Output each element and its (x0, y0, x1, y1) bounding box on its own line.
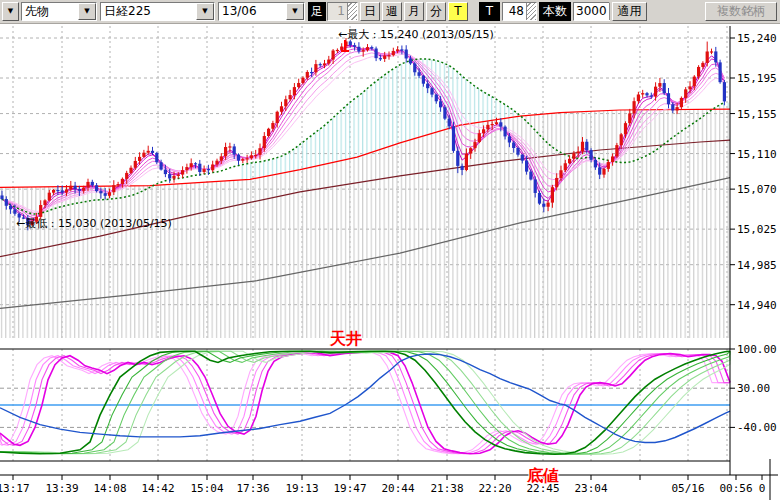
period-month-button[interactable]: 月 (404, 2, 424, 21)
apply-button[interactable]: 適用 (612, 2, 647, 21)
chevron-down-icon[interactable]: ▼ (78, 3, 96, 20)
svg-text:15,025: 15,025 (737, 223, 777, 236)
contract-value: 13/06 (219, 3, 286, 20)
bar-count-label: 本数 (539, 2, 571, 21)
bar-count-spinner[interactable]: 3000 (573, 2, 610, 21)
interval-value: 1 (328, 3, 347, 20)
svg-text:00:56: 00:56 (719, 482, 752, 495)
instrument-select[interactable]: 先物 ▼ (21, 2, 97, 21)
svg-text:21:38: 21:38 (430, 482, 463, 495)
tick-type-label: T (479, 2, 500, 21)
svg-text:19:47: 19:47 (333, 482, 366, 495)
svg-text:22:20: 22:20 (478, 482, 511, 495)
window-dropdown-button[interactable]: ▼ (2, 2, 19, 21)
svg-text:0: 0 (759, 482, 766, 495)
period-minute-button[interactable]: 分 (426, 2, 446, 21)
svg-text:←最大 : 15,240 (2013/05/15): ←最大 : 15,240 (2013/05/15) (338, 28, 494, 41)
svg-text:15,070: 15,070 (737, 183, 777, 196)
symbol-value: 日経225 (101, 3, 196, 20)
toolbar: ▼ 先物 ▼ 日経225 ▼ 13/06 ▼ 足 1 日 週 月 分 T T 4… (0, 0, 780, 24)
spinner-grip-icon[interactable] (526, 3, 536, 20)
svg-text:天井: 天井 (329, 329, 362, 348)
svg-text:05/16: 05/16 (671, 482, 704, 495)
period-day-button[interactable]: 日 (360, 2, 380, 21)
svg-text:15,155: 15,155 (737, 108, 777, 121)
chart-app: 15,24015,19515,15515,11015,07015,02514,9… (0, 0, 780, 500)
contract-select[interactable]: 13/06 ▼ (218, 2, 305, 21)
svg-text:20:44: 20:44 (381, 482, 414, 495)
svg-text:13:39: 13:39 (45, 482, 78, 495)
svg-text:15:04: 15:04 (190, 482, 223, 495)
spinner-grip-icon[interactable] (347, 3, 357, 20)
svg-text:15,240: 15,240 (737, 32, 777, 45)
svg-text:14:08: 14:08 (93, 482, 126, 495)
tick-count-spinner[interactable]: 48 (502, 2, 537, 21)
svg-text:30.00: 30.00 (737, 382, 770, 395)
multi-symbol-button[interactable]: 複数銘柄 (705, 2, 777, 21)
price-chart-canvas[interactable]: 15,24015,19515,15515,11015,07015,02514,9… (0, 0, 780, 500)
svg-text:15,195: 15,195 (737, 72, 777, 85)
chevron-down-icon[interactable]: ▼ (286, 3, 304, 20)
interval-spinner[interactable]: 1 (327, 2, 358, 21)
tick-count-value: 48 (503, 3, 526, 20)
svg-text:23:04: 23:04 (574, 482, 607, 495)
svg-text:-40.00: -40.00 (737, 421, 777, 434)
svg-text:15,110: 15,110 (737, 148, 777, 161)
period-tick-button[interactable]: T (448, 2, 468, 21)
svg-text:13:17: 13:17 (0, 482, 30, 495)
svg-text:19:13: 19:13 (285, 482, 318, 495)
svg-text:100.00: 100.00 (737, 343, 777, 356)
period-week-button[interactable]: 週 (382, 2, 402, 21)
svg-text:底値: 底値 (526, 466, 559, 485)
svg-text:14:42: 14:42 (141, 482, 174, 495)
svg-text:17:36: 17:36 (236, 482, 269, 495)
bar-count-value: 3000 (574, 3, 609, 20)
ashi-label: 足 (308, 2, 326, 21)
symbol-select[interactable]: 日経225 ▼ (100, 2, 215, 21)
svg-text:←最低 : 15,030 (2013/05/15): ←最低 : 15,030 (2013/05/15) (16, 217, 172, 230)
svg-text:14,985: 14,985 (737, 259, 777, 272)
svg-text:14,940: 14,940 (737, 299, 777, 312)
spinner-grip-icon[interactable] (609, 3, 610, 20)
instrument-value: 先物 (22, 3, 78, 20)
chevron-down-icon[interactable]: ▼ (196, 3, 214, 20)
